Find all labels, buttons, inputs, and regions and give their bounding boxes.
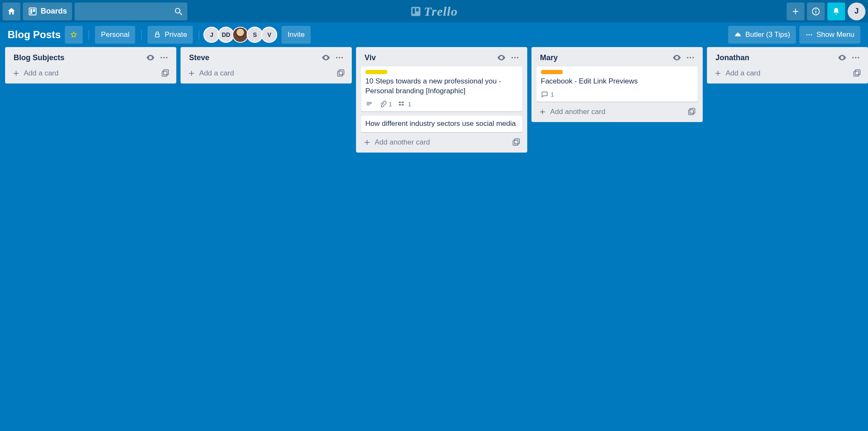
top-nav: Boards Trello J: [0, 0, 868, 22]
show-menu-button[interactable]: Show Menu: [799, 26, 860, 44]
list-menu-icon[interactable]: [335, 53, 344, 62]
add-card-button[interactable]: Add a card: [710, 65, 865, 80]
svg-rect-36: [690, 108, 695, 114]
attachment-icon: [379, 100, 387, 108]
notifications-button[interactable]: [827, 3, 845, 20]
svg-rect-0: [29, 8, 36, 15]
add-card-button[interactable]: Add a card: [8, 65, 173, 80]
list-mary: Mary Facebook - Edit Link Previews 1 Add…: [531, 47, 703, 122]
user-initial: J: [854, 7, 859, 16]
svg-rect-40: [854, 71, 859, 76]
svg-rect-20: [162, 71, 167, 76]
list-menu-icon[interactable]: [159, 53, 169, 62]
description-icon: [365, 100, 373, 108]
add-card-button[interactable]: Add a card: [184, 65, 348, 80]
label-orange[interactable]: [541, 70, 563, 74]
watch-icon[interactable]: [672, 53, 682, 62]
svg-rect-10: [815, 9, 816, 10]
divider: [89, 30, 89, 39]
bell-icon: [832, 7, 841, 16]
boards-button[interactable]: Boards: [23, 3, 72, 20]
svg-point-13: [737, 32, 738, 33]
info-button[interactable]: [807, 3, 825, 20]
plus-icon: [714, 69, 722, 78]
create-button[interactable]: [787, 3, 804, 20]
watch-icon[interactable]: [497, 53, 506, 62]
svg-point-23: [339, 57, 340, 58]
svg-rect-25: [338, 71, 343, 76]
home-button[interactable]: [3, 3, 20, 20]
card[interactable]: 10 Steps towards a new professional you …: [361, 67, 522, 111]
list-title[interactable]: Jonathan: [715, 53, 833, 62]
svg-point-15: [809, 34, 810, 36]
card[interactable]: How different industry sectors use socia…: [361, 116, 522, 132]
add-card-button[interactable]: Add another card: [535, 103, 699, 119]
add-card-label: Add a card: [199, 69, 234, 78]
butler-label: Butler (3 Tips): [745, 31, 790, 39]
svg-point-18: [163, 57, 165, 58]
svg-point-16: [811, 34, 812, 36]
svg-rect-6: [412, 8, 415, 14]
watch-icon[interactable]: [321, 53, 331, 62]
svg-rect-11: [156, 34, 159, 37]
svg-rect-41: [855, 70, 860, 75]
template-icon[interactable]: [853, 69, 861, 78]
card-badges: 1 1: [365, 100, 518, 108]
butler-button[interactable]: Butler (3 Tips): [728, 26, 796, 44]
list-title[interactable]: Steve: [189, 53, 317, 62]
member-avatar[interactable]: [232, 27, 248, 43]
svg-rect-1: [31, 9, 33, 14]
card[interactable]: Facebook - Edit Link Previews 1: [537, 67, 698, 102]
info-icon: [811, 7, 821, 16]
member-avatar[interactable]: J: [203, 27, 220, 43]
card-title: 10 Steps towards a new professional you …: [365, 77, 518, 96]
svg-point-32: [687, 57, 689, 58]
member-avatar[interactable]: V: [261, 27, 277, 43]
search-input[interactable]: [75, 3, 187, 20]
svg-rect-26: [339, 70, 344, 75]
svg-point-24: [342, 57, 343, 58]
user-avatar[interactable]: J: [848, 3, 865, 20]
description-badge: [365, 100, 373, 108]
label-yellow[interactable]: [365, 70, 387, 74]
list-viv: Viv 10 Steps towards a new professional …: [356, 47, 527, 153]
svg-rect-7: [416, 8, 418, 11]
comments-badge: 1: [541, 91, 554, 98]
list-jonathan: Jonathan Add a card: [707, 47, 868, 83]
svg-line-4: [180, 12, 182, 15]
plus-icon: [538, 108, 547, 116]
ellipsis-icon: [805, 31, 813, 39]
svg-point-33: [690, 57, 691, 58]
svg-point-22: [336, 57, 338, 58]
svg-rect-12: [735, 36, 741, 36]
invite-button[interactable]: Invite: [281, 26, 311, 44]
team-visibility-label: Personal: [101, 31, 129, 39]
svg-point-34: [693, 57, 694, 58]
private-visibility-button[interactable]: Private: [147, 26, 193, 44]
watch-icon[interactable]: [146, 53, 155, 62]
add-card-button[interactable]: Add another card: [359, 134, 524, 149]
list-menu-icon[interactable]: [510, 53, 520, 62]
butler-icon: [734, 31, 742, 39]
member-avatar[interactable]: S: [247, 27, 263, 43]
plus-icon: [363, 138, 371, 147]
star-button[interactable]: [65, 26, 83, 44]
list-menu-icon[interactable]: [851, 53, 860, 62]
template-icon[interactable]: [687, 108, 696, 116]
member-avatar[interactable]: DD: [218, 27, 234, 43]
add-card-label: Add a card: [24, 69, 58, 78]
comment-icon: [541, 91, 548, 98]
template-icon[interactable]: [337, 69, 345, 78]
svg-point-37: [852, 57, 854, 58]
list-title[interactable]: Viv: [364, 53, 492, 62]
template-icon[interactable]: [161, 69, 170, 78]
list-menu-icon[interactable]: [686, 53, 695, 62]
team-visibility-button[interactable]: Personal: [95, 26, 135, 44]
svg-point-14: [806, 34, 807, 36]
watch-icon[interactable]: [837, 53, 847, 62]
board-title[interactable]: Blog Posts: [8, 29, 61, 41]
list-title[interactable]: Mary: [540, 53, 668, 62]
list-title[interactable]: Blog Subjects: [14, 53, 142, 62]
trello-logo[interactable]: Trello: [410, 4, 458, 19]
template-icon[interactable]: [512, 138, 520, 147]
